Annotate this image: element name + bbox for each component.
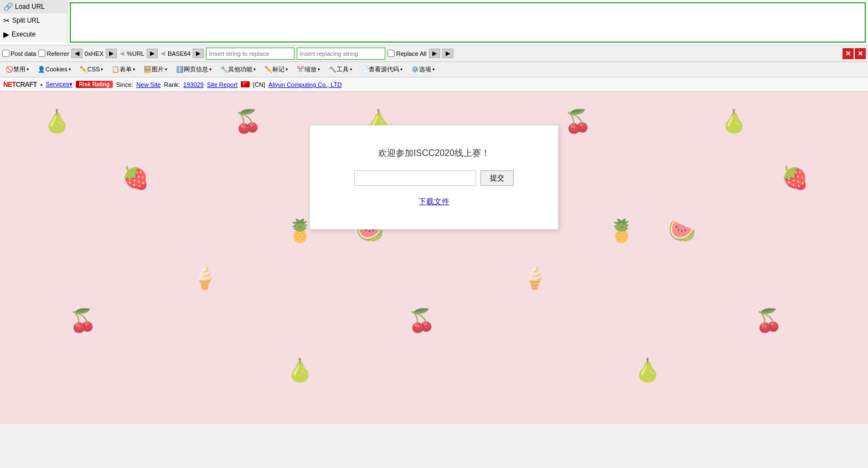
netcraft-dot: • [40,81,43,88]
execute-label: Execute [12,30,35,38]
hex-left-arrow[interactable]: ◀ [71,49,82,58]
url-right-arrow[interactable]: ▶ [147,49,158,58]
fruit-decoration: 🍦 [521,264,549,290]
fruit-decoration: 🍒 [408,308,436,334]
options-btn[interactable]: ⚙️选项▾ [408,64,438,75]
rank-value[interactable]: 193029 [183,81,204,88]
execute-button[interactable]: ▶ Execute [0,28,67,41]
site-report-link[interactable]: Site Report [207,81,237,88]
tools-btn[interactable]: 🔨工具▾ [326,64,355,75]
disable-btn[interactable]: 🚫禁用▾ [2,64,32,75]
viewsource-btn[interactable]: 📄查看源代码▾ [358,64,406,75]
split-url-icon: ✂ [3,16,10,25]
replacing-string-input[interactable] [297,48,385,60]
rank-label: Rank: [164,81,180,88]
fruit-decoration: 🍒 [755,308,783,334]
marks-dropdown-arrow: ▾ [286,67,288,72]
replace-arrow1[interactable]: ▶ [429,49,440,58]
split-url-label: Split URL [12,17,40,24]
url-bar: 🔗 Load URL ✂ Split URL ▶ Execute http://… [0,0,868,45]
fruit-decoration: 🍓 [122,165,149,191]
pageinfo-btn[interactable]: ℹ️网页信息▾ [173,64,215,75]
dialog-input-row: 提交 [354,170,514,186]
referrer-label: Referrer [46,50,69,57]
hex-label: 0xHEX [85,50,104,57]
disable-dropdown-arrow: ▾ [27,67,29,72]
dialog-text-input[interactable] [354,170,476,186]
images-dropdown-arrow: ▾ [165,67,167,72]
tools-dropdown-arrow: ▾ [350,67,352,72]
viewsource-dropdown-arrow: ▾ [400,67,402,72]
dialog-title: 欢迎参加ISCC2020线上赛！ [378,148,490,159]
main-content: 欢迎参加ISCC2020线上赛！ 提交 下载文件 🍐🍒🍐🍒🍐🍓🍓🍍🍉🍍🍉🍦🍦🍒🍒… [0,92,868,424]
cookies-dropdown-arrow: ▾ [69,67,71,72]
url-input[interactable]: http://101.201.126.95:7003 [70,2,866,43]
fruit-decoration: 🍒 [564,108,592,134]
close-btn-1[interactable]: ✕ [843,48,854,59]
china-flag: 🚩 [241,81,250,87]
pageinfo-dropdown-arrow: ▾ [209,67,211,72]
country-code: [CN] [253,81,265,88]
url-sidebar: 🔗 Load URL ✂ Split URL ▶ Execute [0,0,68,45]
fruit-decoration: 🍍 [608,218,636,244]
sep1: ◀ [120,50,124,57]
misc-btn[interactable]: 🔧其他功能▾ [217,64,259,75]
fruit-decoration: 🍦 [191,264,219,290]
dialog-submit-button[interactable]: 提交 [480,170,514,186]
close-btn-2[interactable]: ✕ [855,48,866,59]
toolbar-row1: Post data Referrer ◀ 0xHEX ▶ ◀ %URL ▶ ◀ … [0,45,868,62]
hex-right-arrow[interactable]: ▶ [106,49,117,58]
base64-label: BASE64 [168,50,191,57]
post-data-checkbox[interactable] [2,50,9,57]
options-dropdown-arrow: ▾ [432,67,435,72]
css-dropdown-arrow: ▾ [101,67,103,72]
download-link[interactable]: 下载文件 [418,197,450,207]
url-input-area: http://101.201.126.95:7003 [68,0,868,45]
post-data-checkbox-label[interactable]: Post data [2,50,36,57]
zoom-btn[interactable]: ✂️缩放▾ [293,64,323,75]
load-url-button[interactable]: 🔗 Load URL [0,0,67,14]
netcraft-bar: NETCRAFT • Services▾ Risk Rating Since: … [0,77,868,92]
replace-string-input[interactable] [206,48,294,60]
referrer-checkbox[interactable] [38,50,45,57]
forms-btn[interactable]: 📋表单▾ [108,64,138,75]
fruit-decoration: 🍓 [781,165,809,191]
new-site-link[interactable]: New Site [136,81,161,88]
fruit-decoration: 🍐 [634,357,662,383]
cookies-btn[interactable]: 👤Cookies▾ [34,65,74,74]
load-url-icon: 🔗 [3,2,13,11]
fruit-decoration: 🍐 [286,357,314,383]
netcraft-logo: NETCRAFT [3,81,37,89]
fruit-decoration: 🍒 [69,308,97,334]
css-btn[interactable]: ✏️CSS▾ [76,65,107,74]
fruit-decoration: 🍐 [43,108,71,134]
zoom-dropdown-arrow: ▾ [318,67,320,72]
post-data-label: Post data [11,50,36,57]
services-link[interactable]: Services▾ [46,81,73,88]
company-link[interactable]: Aliyun Computing Co., LTD [268,81,342,88]
forms-dropdown-arrow: ▾ [133,67,135,72]
marks-btn[interactable]: ✏️标记▾ [261,64,291,75]
toolbar-row2: 🚫禁用▾ 👤Cookies▾ ✏️CSS▾ 📋表单▾ 🖼️图片▾ ℹ️网页信息▾… [0,62,868,77]
split-url-button[interactable]: ✂ Split URL [0,14,67,28]
risk-rating-badge: Risk Rating [76,81,113,88]
sep2: ◀ [161,50,165,57]
load-url-label: Load URL [15,3,45,11]
base64-right-arrow[interactable]: ▶ [193,49,204,58]
execute-icon: ▶ [3,30,9,39]
close-buttons: ✕ ✕ [843,48,866,59]
url-encode-label: %URL [127,50,144,57]
replace-arrow2[interactable]: ▶ [442,49,453,58]
dialog-box: 欢迎参加ISCC2020线上赛！ 提交 下载文件 [309,125,559,230]
images-btn[interactable]: 🖼️图片▾ [141,64,170,75]
replace-all-checkbox-label[interactable]: Replace All [388,50,426,57]
fruit-decoration: 🍉 [668,218,696,244]
misc-dropdown-arrow: ▾ [254,67,256,72]
fruit-decoration: 🍐 [720,108,748,134]
fruit-decoration: 🍒 [234,108,262,134]
replace-all-label: Replace All [396,50,426,57]
referrer-checkbox-label[interactable]: Referrer [38,50,69,57]
replace-all-checkbox[interactable] [388,50,395,57]
since-label: Since: [116,81,133,88]
